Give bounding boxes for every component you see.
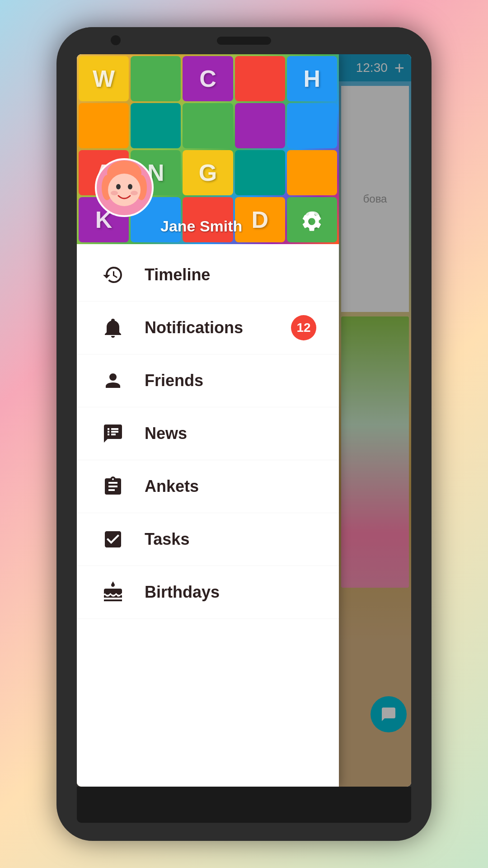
drawer-menu: Timeline Notifications 12 [77,244,339,787]
phone-top-bar [56,27,432,54]
bell-icon [99,314,127,341]
navigation-drawer: W C H A N G [77,54,339,787]
block-empty5 [183,103,233,148]
block-C: C [183,56,233,101]
block-empty4 [131,103,181,148]
news-label: News [145,424,316,443]
block-empty2 [235,56,285,101]
block-empty3 [79,103,129,148]
sidebar-item-ankets[interactable]: Ankets [77,460,339,513]
tasks-label: Tasks [145,530,316,549]
block-empty7 [287,103,337,148]
clipboard-icon [99,473,127,500]
avatar-image [97,160,151,215]
block-H: H [287,56,337,101]
birthdays-label: Birthdays [145,583,316,602]
sidebar-item-friends[interactable]: Friends [77,354,339,407]
timeline-label: Timeline [145,265,316,284]
notifications-label: Notifications [145,318,291,337]
clock-icon [99,261,127,288]
profile-name: Jane Smith [160,217,242,235]
block-empty6 [235,103,285,148]
svg-point-8 [131,191,138,195]
ankets-label: Ankets [145,477,316,496]
sidebar-item-tasks[interactable]: Tasks [77,513,339,566]
sidebar-item-notifications[interactable]: Notifications 12 [77,302,339,354]
block-W: W [79,56,129,101]
friends-label: Friends [145,371,316,390]
check-icon [99,526,127,553]
phone-screen: 12:30 + бова [77,54,411,787]
phone-bottom-bar [77,787,411,823]
drawer-header: W C H A N G [77,54,339,244]
block-empty1 [131,56,181,101]
cake-icon [99,579,127,606]
speaker [217,37,271,45]
block-empty8 [235,150,285,195]
block-G: G [183,150,233,195]
front-camera [111,35,121,45]
notification-badge: 12 [291,315,316,340]
sidebar-item-birthdays[interactable]: Birthdays [77,566,339,619]
phone-frame: 12:30 + бова [56,27,432,841]
drawer-overlay [339,54,411,787]
svg-point-5 [116,184,121,189]
settings-icon[interactable] [298,208,325,235]
sidebar-item-timeline[interactable]: Timeline [77,249,339,302]
svg-point-7 [111,191,118,195]
svg-point-6 [128,184,132,189]
block-empty9 [287,150,337,195]
chat-icon [99,420,127,447]
person-icon [99,367,127,394]
svg-point-4 [108,174,141,206]
sidebar-item-news[interactable]: News [77,407,339,460]
avatar[interactable] [95,158,154,217]
